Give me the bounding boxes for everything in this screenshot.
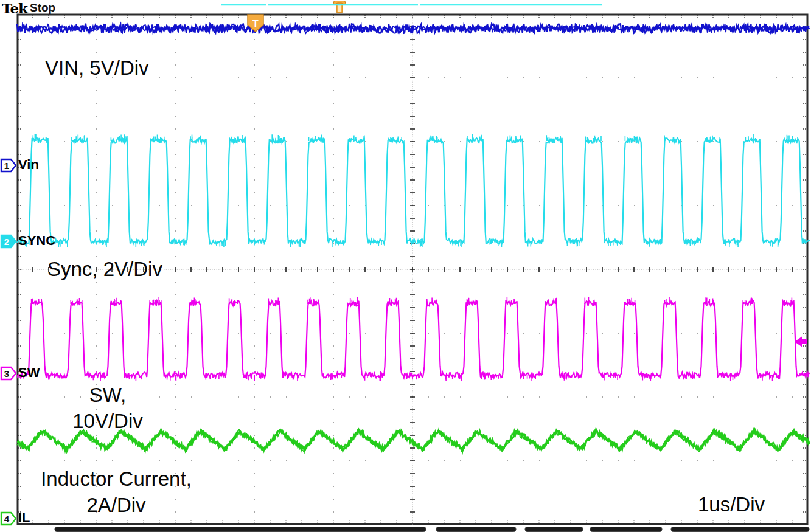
bottom-menu-bar (436, 527, 516, 532)
trigger-level-arrow (795, 337, 807, 347)
channel-3-label: SW (18, 365, 40, 381)
bottom-menu-bar (55, 527, 426, 532)
trigger-markers: T (248, 15, 807, 347)
bottom-menu-bar (525, 527, 583, 532)
channel-3-number: 3 (4, 368, 9, 379)
sw-annotation: SW, 10V/Div (62, 382, 153, 434)
trigger-flag-letter: T (252, 19, 259, 29)
timebase-annotation: 1us/Div (698, 491, 765, 517)
channel-2-number: 2 (4, 237, 9, 247)
sw-annotation-line2: 10V/Div (62, 408, 153, 434)
record-trigger-marker (334, 1, 346, 13)
tek-logo: Tek (2, 0, 27, 16)
bottom-menu-bars (55, 527, 809, 532)
channel-flags: 1234 (1, 159, 16, 525)
il-annotation-line2: 2A/Div (21, 492, 211, 518)
channel-2-label: SYNC (18, 233, 55, 249)
oscilloscope-screen: T 1234 Tek Stop Vin SYNC SW IL VIN, 5V/D… (0, 0, 811, 532)
trace-segment (17, 301, 810, 378)
trace-segment (17, 138, 810, 244)
inductor-current-annotation: Inductor Current, 2A/Div (21, 466, 211, 518)
channel-1-label: Vin (18, 157, 39, 173)
bottom-menu-bar (590, 527, 662, 532)
bottom-menu-bar (671, 527, 809, 532)
il-annotation-line1: Inductor Current, (21, 466, 211, 492)
sync-annotation: Sync, 2V/Div (47, 256, 162, 282)
channel-4-number: 4 (4, 514, 10, 524)
record-trigger-slit (338, 5, 341, 12)
sw-annotation-line1: SW, (62, 382, 153, 408)
vin-annotation: VIN, 5V/Div (45, 55, 149, 81)
acquisition-status: Stop (30, 1, 55, 15)
channel-1-number: 1 (4, 161, 9, 171)
